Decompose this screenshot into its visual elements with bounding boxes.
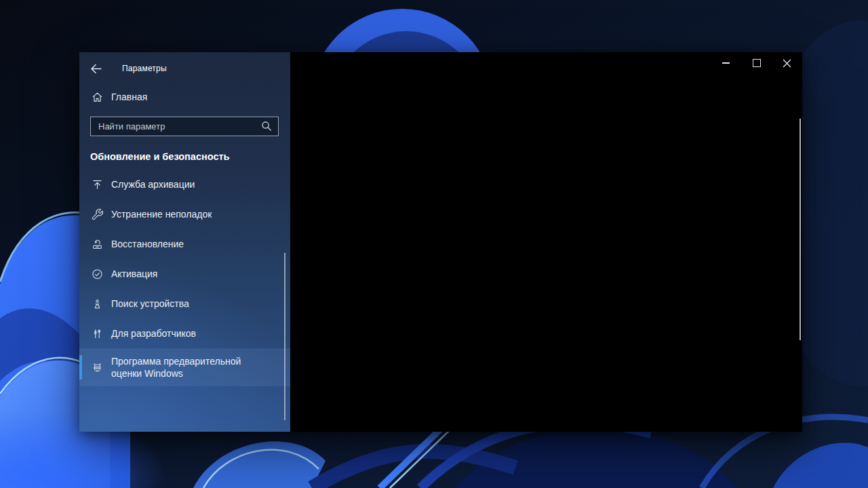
content-scrollbar[interactable] <box>800 119 801 340</box>
sidebar-item-activation[interactable]: Активация <box>79 259 290 289</box>
minimize-button[interactable] <box>711 52 741 74</box>
settings-window: Параметры Главная <box>79 52 802 432</box>
sidebar-scrollbar[interactable] <box>284 253 285 420</box>
maximize-button[interactable] <box>741 52 772 74</box>
titlebar: Параметры <box>79 52 290 77</box>
search-icon[interactable] <box>260 120 273 132</box>
sidebar-item-label: Служба архивации <box>111 178 195 190</box>
sidebar-item-label: Для разработчиков <box>111 327 196 340</box>
sidebar-item-troubleshoot[interactable]: Устранение неполадок <box>79 199 290 229</box>
backup-icon <box>91 178 104 191</box>
sidebar-item-label: Устранение неполадок <box>111 208 212 220</box>
sidebar-item-label: Восстановление <box>111 238 184 250</box>
maximize-icon <box>753 59 761 67</box>
sidebar: Параметры Главная <box>79 52 290 432</box>
close-button[interactable] <box>772 52 802 74</box>
sidebar-nav: Служба архивации Устранение неполадок <box>79 169 290 386</box>
developers-icon <box>91 327 104 340</box>
sidebar-item-label: Поиск устройства <box>111 298 189 310</box>
desktop: Параметры Главная <box>0 0 868 488</box>
sidebar-item-developers[interactable]: Для разработчиков <box>79 319 290 348</box>
windows-insider-icon <box>91 361 104 374</box>
close-icon <box>783 59 791 68</box>
sidebar-item-label: Программа предварительной оценки Windows <box>111 355 273 380</box>
sidebar-item-home[interactable]: Главная <box>79 87 290 107</box>
sidebar-item-recovery[interactable]: Восстановление <box>79 229 290 259</box>
search-box <box>90 117 279 136</box>
sidebar-item-label: Главная <box>111 91 147 103</box>
find-device-icon <box>91 298 104 310</box>
back-button[interactable] <box>90 62 102 75</box>
content-pane <box>290 52 802 432</box>
home-icon <box>91 91 104 104</box>
sidebar-item-find-device[interactable]: Поиск устройства <box>79 289 290 319</box>
back-arrow-icon <box>90 63 102 75</box>
window-title: Параметры <box>122 64 167 73</box>
sidebar-item-windows-insider[interactable]: Программа предварительной оценки Windows <box>79 348 290 386</box>
minimize-icon <box>722 62 730 63</box>
troubleshoot-icon <box>91 208 104 221</box>
section-header: Обновление и безопасность <box>90 151 279 162</box>
activation-icon <box>91 268 104 281</box>
sidebar-item-backup[interactable]: Служба архивации <box>79 169 290 199</box>
sidebar-item-label: Активация <box>111 268 157 280</box>
search-input[interactable] <box>91 117 278 136</box>
window-controls <box>711 52 802 74</box>
recovery-icon <box>91 238 104 251</box>
